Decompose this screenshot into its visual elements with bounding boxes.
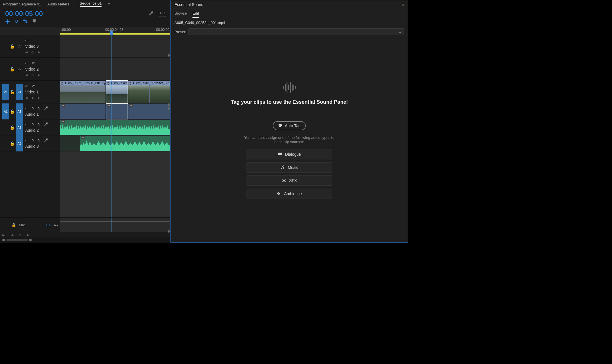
output-toggle[interactable]: ▭: [25, 106, 28, 110]
mute-button[interactable]: M: [32, 138, 35, 142]
playhead-marker[interactable]: [110, 31, 113, 35]
timeline-ruler[interactable]: :00:00 00:00:04:23 00:00:09:: [0, 27, 170, 35]
add-keyframe-icon[interactable]: ◇: [31, 50, 34, 54]
mute-button[interactable]: M: [32, 106, 35, 110]
lane-v1[interactable]: fxA005_C052_0925BL_001.mp4 [V] fxA005_C0…: [60, 81, 170, 103]
sub-tab-edit[interactable]: Edit: [192, 11, 199, 18]
mute-button[interactable]: M: [32, 122, 35, 126]
lane-a2[interactable]: fx: [60, 119, 170, 135]
horizontal-scrollbar[interactable]: [0, 237, 170, 243]
selected-clip-name: A005_C049_09253L_001.mp4: [171, 18, 408, 27]
track-header-a3[interactable]: 🔒 A3 ▭MS🎤 Audio 3: [0, 135, 60, 151]
track-target-a3[interactable]: A3: [16, 135, 23, 151]
track-target-v1[interactable]: V1: [16, 84, 23, 100]
wrench-icon[interactable]: [148, 11, 154, 17]
track-target-v3[interactable]: V3: [16, 41, 23, 51]
svg-rect-2: [283, 86, 284, 89]
audio-clip[interactable]: fx: [60, 119, 170, 135]
insert-icon[interactable]: [5, 19, 10, 25]
track-target-v2[interactable]: V2: [16, 64, 23, 74]
type-button-sfx[interactable]: SFX: [247, 175, 332, 186]
source-patch-v1[interactable]: V1: [2, 84, 9, 100]
lane-a1[interactable]: fx fx fx: [60, 103, 170, 119]
vscroll-thumb[interactable]: [168, 230, 170, 233]
playhead-line[interactable]: [112, 35, 112, 217]
tab-program[interactable]: Program: Sequence 01: [3, 2, 41, 6]
lock-icon[interactable]: 🔒: [11, 223, 16, 227]
snap-icon[interactable]: [14, 19, 19, 25]
marker-icon[interactable]: [32, 19, 37, 25]
audio-clip[interactable]: fx: [106, 103, 128, 119]
lane-v2[interactable]: [60, 58, 170, 81]
eye-icon[interactable]: 👁: [32, 84, 35, 88]
sub-tab-browse[interactable]: Browse: [174, 11, 187, 18]
output-toggle[interactable]: ▭: [25, 84, 28, 88]
solo-button[interactable]: S: [38, 122, 40, 126]
audio-clip[interactable]: fx: [60, 103, 106, 119]
track-header-v2[interactable]: 🔒 V2 ▭ 👁 Video 2 ◀◇▶: [0, 58, 60, 81]
lane-v3[interactable]: [60, 35, 170, 58]
video-clip[interactable]: fxA005_C049_: [106, 81, 128, 103]
lock-icon[interactable]: 🔒: [10, 44, 15, 49]
output-toggle[interactable]: ▭: [25, 38, 28, 42]
track-target-a1[interactable]: A1: [16, 103, 23, 119]
track-header-a2[interactable]: 🔒 A2 ▭MS🎤 Audio 2: [0, 119, 60, 135]
vscroll-thumb[interactable]: [168, 103, 170, 106]
audio-clip[interactable]: fx: [128, 103, 170, 119]
keyframe-nudge[interactable]: ◆˖: [2, 233, 5, 237]
mic-icon[interactable]: 🎤: [44, 106, 48, 110]
output-toggle[interactable]: ▭: [25, 61, 28, 65]
type-button-ambience[interactable]: Ambience: [247, 189, 332, 199]
lock-icon[interactable]: 🔒: [10, 141, 15, 146]
vscroll-thumb[interactable]: [168, 54, 170, 57]
solo-button[interactable]: S: [38, 138, 40, 142]
cc-icon[interactable]: CC: [159, 11, 166, 17]
panel-menu-icon[interactable]: ≡: [402, 2, 404, 7]
audio-clip[interactable]: fx: [80, 135, 170, 151]
track-header-v1[interactable]: V1 🔒 V1 ▭ 👁 Video 1 ◀◆▶: [0, 81, 60, 103]
next-keyframe-icon[interactable]: ▶: [38, 50, 40, 54]
lock-icon[interactable]: 🔒: [10, 109, 15, 114]
close-tab-icon[interactable]: ×: [75, 2, 77, 6]
preset-dropdown[interactable]: ⌄: [188, 28, 404, 35]
lock-icon[interactable]: 🔒: [10, 90, 15, 94]
tab-sequence[interactable]: Sequence 01: [80, 1, 102, 7]
type-button-music[interactable]: Music: [247, 162, 332, 173]
lock-icon[interactable]: 🔒: [10, 67, 15, 71]
mix-lane[interactable]: [60, 218, 170, 232]
tab-audio-meters[interactable]: Audio Meters: [47, 2, 69, 6]
music-icon: [280, 165, 285, 170]
auto-tag-button[interactable]: Auto Tag: [273, 121, 306, 130]
track-target-a2[interactable]: A2: [16, 119, 23, 135]
video-clip[interactable]: fxA005_C052_0925BL_001.mp4 [V]: [60, 81, 106, 103]
source-patch-a1[interactable]: A1: [2, 103, 9, 119]
source-patch-a2[interactable]: [2, 122, 9, 133]
linked-selection-icon[interactable]: [23, 19, 28, 25]
prev-keyframe-icon[interactable]: ◀: [25, 50, 27, 54]
video-clip[interactable]: fxA002_C018_0922BW_001.mp: [128, 81, 170, 103]
mic-icon[interactable]: 🎤: [44, 122, 48, 126]
source-patch-v3[interactable]: [2, 41, 9, 51]
collapse-icon[interactable]: ▸◂: [54, 223, 58, 227]
source-patch-a3[interactable]: [2, 138, 9, 149]
source-patch-v2[interactable]: [2, 64, 9, 74]
mix-gain[interactable]: 0.0: [46, 223, 51, 227]
type-button-dialogue[interactable]: Dialogue: [247, 149, 332, 159]
eye-icon[interactable]: 👁: [32, 61, 35, 65]
lock-icon[interactable]: 🔒: [10, 125, 15, 130]
svg-rect-0: [23, 20, 25, 21]
lane-a3[interactable]: fx: [60, 135, 170, 151]
svg-point-12: [278, 193, 280, 195]
solo-button[interactable]: S: [38, 106, 40, 110]
timeline-body[interactable]: fxA005_C052_0925BL_001.mp4 [V] fxA005_C0…: [60, 35, 170, 217]
ruler-tick: 00:00:04:23: [105, 28, 123, 32]
svg-point-10: [281, 124, 282, 125]
mic-icon[interactable]: 🎤: [44, 138, 48, 142]
mix-label: Mix: [19, 223, 25, 227]
panel-menu-icon[interactable]: ≡: [108, 2, 110, 6]
vscroll-thumb[interactable]: [168, 107, 170, 110]
track-header-a1[interactable]: A1 🔒 A1 ▭ M S 🎤 Audio 1: [0, 103, 60, 119]
clip-label: A005_C052_0925BL_001.mp4 [V]: [64, 81, 106, 85]
playhead-timecode[interactable]: 00:00:05:00: [0, 8, 46, 18]
track-header-v3[interactable]: 🔒 V3 ▭ 👁 Video 3 ◀ ◇ ▶: [0, 35, 60, 58]
